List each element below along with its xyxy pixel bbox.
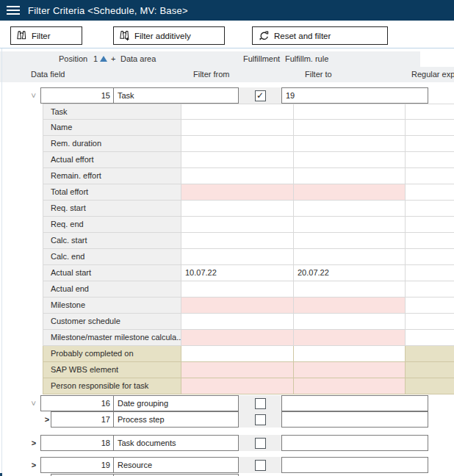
window-left-border: [1, 48, 2, 473]
filter-to-cell[interactable]: [294, 104, 406, 120]
filter-to-cell[interactable]: [294, 314, 406, 330]
filter-to-cell[interactable]: [294, 217, 406, 233]
position-field[interactable]: 15Task: [40, 87, 239, 104]
fulfillment-checkbox[interactable]: [255, 438, 266, 449]
data-area-header: Data area: [120, 51, 156, 67]
filter-to-cell[interactable]: [294, 120, 406, 136]
data-area-cell[interactable]: Task documents: [114, 436, 238, 450]
fulfillment-cell: [239, 411, 281, 428]
fulfillment-checkbox[interactable]: [255, 398, 266, 409]
fulfillment-checkbox[interactable]: [255, 460, 266, 471]
regular-expr-cell[interactable]: [406, 136, 454, 152]
fulfillm-rule-field[interactable]: [281, 435, 428, 451]
position-field[interactable]: 17Process step: [51, 411, 239, 428]
filter-to-cell[interactable]: [294, 201, 406, 217]
filter-from-cell[interactable]: [181, 104, 294, 120]
regular-expr-cell[interactable]: [406, 104, 454, 120]
position-number-cell[interactable]: 18: [41, 436, 114, 450]
filter-from-cell[interactable]: [181, 281, 294, 298]
regular-expr-cell[interactable]: [406, 233, 454, 249]
filter-to-cell[interactable]: [294, 136, 406, 152]
filter-from-cell[interactable]: [181, 201, 294, 217]
position-number-cell[interactable]: 19: [41, 458, 114, 472]
chevron-down-icon[interactable]: [29, 87, 39, 104]
position-number-cell[interactable]: 15: [41, 88, 114, 103]
data-area-cell[interactable]: Process step: [114, 412, 238, 427]
regular-expr-cell[interactable]: [406, 152, 454, 168]
regular-expr-cell[interactable]: [406, 201, 454, 217]
data-field-label: Actual end: [43, 281, 181, 298]
fulfillm-rule-field[interactable]: [281, 411, 428, 428]
regular-expr-cell[interactable]: [406, 298, 454, 314]
fulfillm-rule-field[interactable]: 19: [281, 87, 428, 104]
add-position-control[interactable]: +: [111, 51, 115, 67]
filter-from-cell[interactable]: [181, 120, 294, 136]
regular-expr-cell[interactable]: [406, 330, 454, 346]
filter-to-cell[interactable]: [294, 249, 406, 265]
filter-from-cell[interactable]: [181, 378, 294, 394]
regular-expr-cell[interactable]: [406, 378, 454, 394]
window-corner: [0, 473, 2, 476]
regular-expr-cell[interactable]: [406, 362, 454, 378]
data-field-label: Name: [43, 120, 181, 136]
filter-from-cell[interactable]: [181, 168, 294, 184]
filter-to-cell[interactable]: [294, 184, 406, 201]
filter-from-cell[interactable]: [181, 330, 294, 346]
chevron-down-icon[interactable]: [29, 395, 39, 411]
data-field-label: Milestone/master milestone calcula...: [43, 330, 181, 346]
data-area-cell[interactable]: Resource: [114, 458, 238, 472]
fulfillment-checkbox[interactable]: ✓: [255, 90, 266, 101]
filter-button[interactable]: Filter: [10, 26, 82, 45]
fulfillm-rule-field[interactable]: [281, 457, 428, 473]
data-area-cell[interactable]: Date grouping: [114, 396, 238, 411]
position-number-cell[interactable]: 17: [51, 412, 114, 427]
filter-to-cell[interactable]: [294, 346, 406, 362]
fulfillm-rule-field[interactable]: [281, 395, 428, 411]
filter-to-cell[interactable]: [294, 152, 406, 168]
position-number-cell[interactable]: 16: [41, 396, 114, 411]
reset-and-filter-button[interactable]: Reset and filter: [252, 26, 388, 45]
regular-expr-cell[interactable]: [406, 249, 454, 265]
regular-expr-cell[interactable]: [406, 217, 454, 233]
fulfillment-cell: [239, 395, 281, 411]
filter-to-cell[interactable]: [294, 298, 406, 314]
filter-from-cell[interactable]: [181, 362, 294, 378]
filter-from-cell[interactable]: [181, 152, 294, 168]
regular-expr-cell[interactable]: [406, 184, 454, 201]
filter-to-cell[interactable]: [294, 233, 406, 249]
regular-expr-cell[interactable]: [406, 314, 454, 330]
filter-to-cell[interactable]: [294, 281, 406, 298]
filter-from-cell[interactable]: [181, 233, 294, 249]
fulfillment-checkbox[interactable]: [255, 414, 266, 425]
regular-expr-cell[interactable]: [406, 346, 454, 362]
data-field-label: Task: [43, 104, 181, 120]
regular-expr-cell[interactable]: [406, 281, 454, 298]
chevron-right-icon[interactable]: [29, 435, 39, 451]
filter-to-cell[interactable]: [294, 362, 406, 378]
filter-from-cell[interactable]: [181, 136, 294, 152]
filter-from-cell[interactable]: 10.07.22: [181, 265, 294, 281]
filter-from-cell[interactable]: [181, 217, 294, 233]
chevron-right-icon[interactable]: [29, 457, 39, 473]
filter-to-cell[interactable]: [294, 168, 406, 184]
regular-expr-cell[interactable]: [406, 120, 454, 136]
filter-to-cell[interactable]: 20.07.22: [294, 265, 406, 281]
filter-from-cell[interactable]: [181, 314, 294, 330]
filter-to-cell[interactable]: [294, 330, 406, 346]
regular-expr-cell[interactable]: [406, 265, 454, 281]
filter-from-cell[interactable]: [181, 249, 294, 265]
data-field-label: Remain. effort: [43, 168, 181, 184]
filter-from-cell[interactable]: [181, 298, 294, 314]
filter-from-cell[interactable]: [181, 346, 294, 362]
filter-from-cell[interactable]: [181, 184, 294, 201]
regular-expr-cell[interactable]: [406, 168, 454, 184]
menu-icon[interactable]: [7, 6, 20, 15]
filter-button-label: Filter: [32, 32, 51, 40]
position-field[interactable]: 19Resource: [40, 457, 239, 473]
filter-additively-button[interactable]: Filter additively: [113, 26, 225, 45]
filter-to-cell[interactable]: [294, 378, 406, 394]
position-field[interactable]: 16Date grouping: [40, 395, 239, 411]
data-area-cell[interactable]: Task: [114, 88, 238, 103]
position-field[interactable]: 18Task documents: [40, 435, 239, 451]
sort-ascending-icon[interactable]: [100, 56, 107, 62]
